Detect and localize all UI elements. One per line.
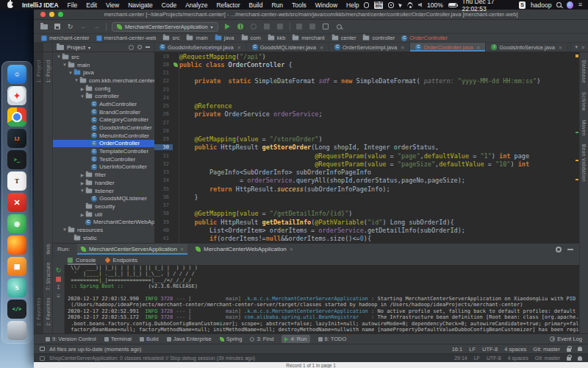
close-tab-icon[interactable]: ✕ [476,45,480,50]
close-tab-icon[interactable]: ✕ [320,45,323,50]
coverage-button[interactable] [250,23,258,31]
panel-settings-icon[interactable] [137,45,142,49]
finder-icon[interactable]: ☺ [7,65,26,84]
menu-item-analyze[interactable]: Analyze [181,1,212,9]
close-tab-icon[interactable]: ✕ [401,45,404,50]
tree-expand-icon[interactable]: ▶ [79,180,85,185]
xmind-icon[interactable]: ✕ [7,193,26,212]
toolwindow-bean-validation-button[interactable]: Bean Validation [581,144,587,182]
toolwindow-6-todo[interactable]: 6: TODO [318,336,347,342]
locate-file-icon[interactable] [129,45,134,50]
editor-tab-orderserviceimpl-java[interactable]: COrderServiceImpl.java✕ [329,43,410,52]
code-line-23[interactable]: 23 [154,85,579,93]
tree-expand-icon[interactable]: ▼ [62,227,68,232]
status-segment-git-master[interactable]: Git: master [533,346,560,353]
background-tasks-icon[interactable] [40,347,45,351]
breadcrumb-com[interactable]: com [241,35,261,41]
safari-icon[interactable]: ✦ [7,86,26,105]
input-method-icon[interactable]: S [519,1,526,9]
run-tab-merchantcenterwebapplication[interactable]: MerchantCenterWebApplication✕ [192,244,297,255]
bg-toolwindow-favorites[interactable]: 2: Favorites [36,297,41,326]
breadcrumb-kkb[interactable]: kkb [268,35,286,41]
menu-item-intellij-idea[interactable]: IntelliJ IDEA [18,1,63,9]
cpu-meter-icon[interactable] [364,2,369,8]
chrome-icon[interactable] [7,107,26,127]
project-panel-header[interactable]: Project ▾ [53,43,154,52]
tree-item-security[interactable]: security [53,202,154,210]
code-line-31[interactable]: 31 @RequestParam(value = "page",defaultV… [154,152,579,160]
code-line-39[interactable]: 39 public HttpResult getDetailInfo(@Path… [154,218,579,226]
stripe-warning-mark[interactable] [576,179,578,180]
editor-tab-ordercontroller-java[interactable]: COrderController.java✕ [410,43,486,52]
code-line-19[interactable]: 19@RequestMapping("/api") [154,52,579,60]
code-line-27[interactable]: 27 [154,118,579,127]
menu-item-run[interactable]: Run [267,1,287,9]
status-segment-utf-8[interactable]: UTF-8 [487,355,501,361]
code-line-36[interactable]: 36 } [154,193,579,201]
scroll-to-end-icon[interactable]: ↧ [56,285,61,291]
textedit-icon[interactable]: T [7,171,26,191]
editor-tab-goodsinfoservice-java[interactable]: IGoodsInfoService.java✕ [486,43,568,52]
status-segment-utf-8[interactable]: UTF-8 [482,346,498,353]
toolwindow-database-button[interactable]: Database [581,60,587,83]
code-line-40[interactable]: 40 List<OrderItem> orderItems = orderSer… [154,226,579,234]
tree-expand-icon[interactable]: ▼ [74,78,79,82]
toolwindow-2-favorites-button[interactable]: 2: Favorites [46,297,51,326]
tree-expand-icon[interactable]: ▶ [79,86,85,91]
toolwindow-4-run[interactable]: 4: Run [282,335,309,343]
tree-item-src[interactable]: ▼src [53,53,154,61]
tree-item-userinfocontroller[interactable]: CUserInfoController [53,163,154,171]
breadcrumb-java[interactable]: java [215,35,234,41]
tree-item-categorycontroller[interactable]: CCategoryController [53,116,154,124]
code-line-30[interactable]: 30 public HttpResult getStoreOrder(Long … [154,144,579,152]
code-editor[interactable]: 19@RequestMapping("/api")20public class … [154,52,579,243]
menubar-clock[interactable]: Thu Dec 17 22:02:53 [462,0,514,13]
window-layout-icon[interactable] [322,23,330,31]
fan-meter-icon[interactable] [388,2,393,8]
toolwindow-build[interactable]: Build [140,336,159,342]
close-run-tab-icon[interactable]: ✕ [290,247,293,252]
menu-item-file[interactable]: File [63,1,82,9]
bg-toolwindow-project[interactable]: 1: Project [36,60,41,82]
tree-expand-icon[interactable]: ▼ [79,188,85,193]
code-line-22[interactable]: 22 private static SimpleDateFormat sdf =… [154,77,579,85]
menu-item-view[interactable]: View [101,1,123,9]
editor-tab-goodsinfoserviceimpl-java[interactable]: CGoodsInfoServiceImpl.java✕ [154,43,247,52]
view-tab-endpoints[interactable]: Endpoints [105,255,137,265]
tree-item-util[interactable]: ▶util [53,210,154,219]
menu-item-code[interactable]: Code [157,1,181,9]
close-window-button[interactable] [40,12,46,17]
current-user[interactable]: hadoop [531,1,551,9]
breadcrumb-ordercontroller[interactable]: COrderController [401,35,448,41]
minimize-window-button[interactable] [49,12,54,17]
menu-item-build[interactable]: Build [245,1,268,9]
tree-item-handler[interactable]: ▶handler [53,179,154,187]
tools-icon[interactable] [309,23,317,31]
tree-item-resources[interactable]: ▼resources [53,226,154,234]
menu-item-tools[interactable]: Tools [287,1,311,9]
code-line-32[interactable]: 32 @RequestParam(value = "pageSize",defa… [154,160,579,168]
tree-item-static[interactable]: static [53,234,154,242]
menu-item-refactor[interactable]: Refactor [212,1,244,9]
view-tab-console[interactable]: Console [68,255,96,265]
rerun-icon[interactable]: ↻ [56,267,62,274]
status-segment-4-spaces[interactable]: 4 spaces [504,346,526,353]
breadcrumb-src[interactable]: src [162,35,179,41]
breadcrumb-merchant-center-web[interactable]: merchant-center-web [96,35,157,41]
code-line-25[interactable]: 25 @Reference [154,102,579,110]
intellij-idea-icon[interactable]: IJ [7,129,26,148]
siri-icon[interactable] [567,1,573,9]
tree-item-listener[interactable]: ▼listener [53,187,154,195]
toolwindow-spring[interactable]: Spring [220,336,243,342]
toolwindow-maven-button[interactable]: Maven [581,120,587,136]
tree-expand-icon[interactable]: ▶ [79,172,85,177]
toolwindow-sciview-button[interactable]: SciView [581,92,587,111]
breadcrumb-main[interactable]: main [186,35,207,41]
lock-icon[interactable] [567,357,571,361]
code-line-35[interactable]: 35 return HttpResult.success(subOrderInf… [154,185,579,193]
spring-bean-gutter-icon[interactable] [173,63,178,67]
editor-tab-goodsmqlistener-java[interactable]: CGoodsMQListener.java✕ [247,43,329,52]
toolwindow-project-button[interactable]: 1: Project [46,60,51,82]
notification-center-icon[interactable]: ≡ [578,1,582,8]
close-run-tab-icon[interactable]: ✕ [180,247,184,252]
